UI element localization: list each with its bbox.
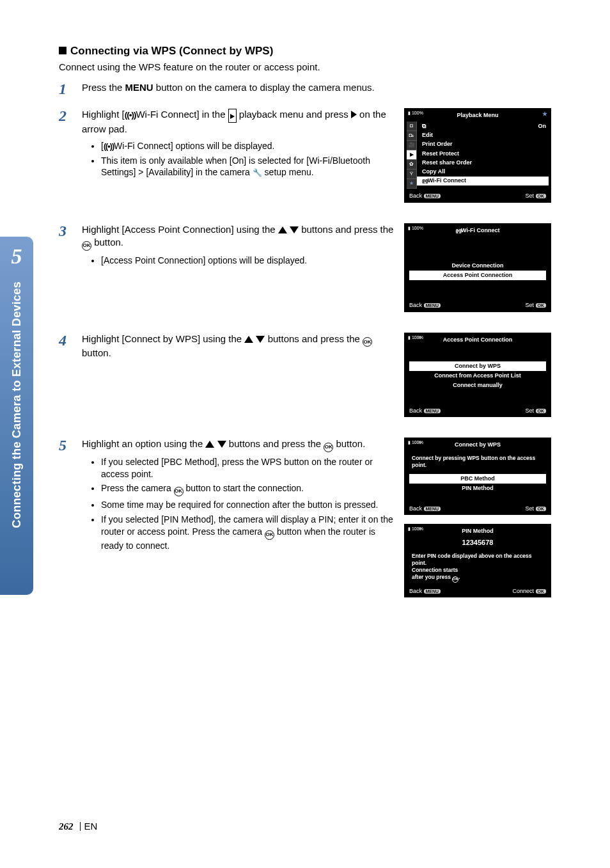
back-label[interactable]: Back MENU xyxy=(409,588,441,595)
page-content: Connecting via WPS (Connect by WPS) Conn… xyxy=(59,45,551,618)
table-row[interactable]: Copy All xyxy=(417,168,549,177)
wifi-icon xyxy=(422,177,428,184)
text-fragment: Wi-Fi Connect] options will be displayed… xyxy=(114,141,274,151)
camera2-tab-icon[interactable]: ◘₂ xyxy=(407,131,416,141)
chapter-tab: 5 Connecting the Camera to External Devi… xyxy=(0,237,33,595)
screen-wifi-connect: ▮ 100% Wi-Fi Connect Device Connection A… xyxy=(404,223,551,312)
ok-button-icon xyxy=(82,241,91,251)
set-label[interactable]: Set OK xyxy=(525,407,546,414)
step-number: 3 xyxy=(59,223,82,239)
text-fragment: buttons and press the xyxy=(299,224,393,235)
page-lang: EN xyxy=(84,821,98,832)
back-label[interactable]: Back MENU xyxy=(409,505,441,512)
screen-access-point-connection: ▮ 100%ᯤ Access Point Connection Connect … xyxy=(404,333,551,417)
wifi-icon xyxy=(125,109,136,120)
text-fragment: This item is only available when [On] is… xyxy=(101,155,370,178)
menu-pill: MENU xyxy=(424,589,441,594)
menu-entry[interactable]: Connect from Access Point List xyxy=(409,371,546,381)
playback-icon xyxy=(228,109,237,123)
bullet-item: If you selected [PBC Method], press the … xyxy=(101,456,394,480)
ok-button-icon xyxy=(452,576,458,583)
back-label[interactable]: Back MENU xyxy=(409,302,441,309)
screen-title: Playback Menu★ xyxy=(407,111,549,120)
screen-title: Wi-Fi Connect xyxy=(407,226,549,235)
step-5-text: Highlight an option using the buttons an… xyxy=(82,438,394,555)
ok-button-icon xyxy=(363,337,372,347)
step-number: 2 xyxy=(59,108,82,123)
ok-button-icon xyxy=(324,443,333,452)
back-label[interactable]: Back MENU xyxy=(409,407,441,414)
set-label[interactable]: Set OK xyxy=(525,505,546,512)
step-2-text: Highlight [Wi-Fi Connect] in the playbac… xyxy=(82,108,394,181)
camera-tab-icon[interactable]: ◘ xyxy=(407,122,416,131)
table-row[interactable]: Print Order xyxy=(417,140,549,149)
right-arrow-icon xyxy=(351,111,357,118)
menu-label: Copy All xyxy=(422,168,445,175)
bullet-item: Some time may be required for connection… xyxy=(101,499,394,511)
gear-tab-icon[interactable]: ✿ xyxy=(407,160,416,170)
screen-playback-menu: ▮ 100% Playback Menu★ ◘ ◘₂ 🎥 ▶ ✿ Ÿ ★ xyxy=(404,108,551,203)
custom-tab-icon[interactable]: ★ xyxy=(407,179,416,189)
table-row[interactable]: Edit xyxy=(417,131,549,140)
menu-word: MENU xyxy=(125,82,153,93)
playback-tab-icon[interactable]: ▶ xyxy=(407,150,416,160)
table-row[interactable]: ⧉On xyxy=(417,122,549,130)
table-row[interactable]: Reset share Order xyxy=(417,158,549,167)
set-label[interactable]: Set OK xyxy=(525,302,546,309)
text-fragment: Highlight an option using the xyxy=(82,438,205,449)
step-number: 5 xyxy=(59,438,82,453)
ok-pill: OK xyxy=(536,194,547,198)
battery-indicator: ▮ 100% xyxy=(408,111,423,116)
step-number: 1 xyxy=(59,81,82,97)
down-arrow-icon xyxy=(290,226,299,233)
setup-tab-icon[interactable]: Ÿ xyxy=(407,170,416,179)
connect-label[interactable]: Connect OK xyxy=(512,588,546,595)
bullet-item: If you selected [PIN Method], the camera… xyxy=(101,514,394,552)
page-footer: 262EN xyxy=(59,821,97,832)
screen-title: Connect by WPS xyxy=(407,440,549,450)
ok-button-icon xyxy=(265,530,274,540)
table-row-highlighted[interactable]: Wi-Fi Connect xyxy=(417,177,549,185)
text-fragment: Wi-Fi Connect] in the xyxy=(136,109,228,120)
chapter-number: 5 xyxy=(12,244,22,269)
menu-entry-highlighted[interactable]: Access Point Connection xyxy=(409,271,546,280)
screen-title: Access Point Connection xyxy=(407,335,549,345)
menu-entry[interactable]: Device Connection xyxy=(409,261,546,271)
page-number: 262 xyxy=(59,821,74,832)
bullet-item: [Access Point Connection] options will b… xyxy=(101,255,394,267)
wifi-indicator-icon: ᯤ xyxy=(418,335,423,342)
menu-label: Wi-Fi Connect xyxy=(428,177,466,184)
ok-pill: OK xyxy=(536,303,547,308)
menu-label: Print Order xyxy=(422,141,453,148)
bullet-item: Press the camera button to start the con… xyxy=(101,482,394,496)
menu-entry[interactable]: Connect manually xyxy=(409,381,546,390)
text-fragment: button. xyxy=(82,347,111,358)
menu-pill: MENU xyxy=(424,409,441,413)
menu-label: Reset Protect xyxy=(422,150,459,157)
text-fragment: after you press xyxy=(412,574,452,580)
screen-instruction: Connect by pressing WPS button on the ac… xyxy=(407,450,549,474)
text-fragment: button. xyxy=(333,438,365,449)
wifi-indicator-icon: ᯤ xyxy=(418,440,423,446)
text-fragment: button to start the connection. xyxy=(184,483,304,493)
text-fragment: button on the camera to display the came… xyxy=(153,82,375,93)
step-2: 2 Highlight [Wi-Fi Connect] in the playb… xyxy=(59,108,551,212)
ok-button-icon xyxy=(174,487,184,496)
set-label[interactable]: Set OK xyxy=(525,193,546,200)
up-arrow-icon xyxy=(244,336,253,343)
up-arrow-icon xyxy=(278,226,287,233)
menu-entry[interactable]: PIN Method xyxy=(409,484,546,493)
screen-title: PIN Method xyxy=(407,526,549,536)
step-4: 4 Highlight [Connect by WPS] using the b… xyxy=(59,333,551,426)
screen-instruction: Enter PIN code displayed above on the ac… xyxy=(407,551,549,584)
section-heading: Connecting via WPS (Connect by WPS) xyxy=(59,45,551,58)
menu-entry-highlighted[interactable]: PBC Method xyxy=(409,474,546,484)
overlay-icon: ⧉ xyxy=(422,123,426,130)
menu-entry-highlighted[interactable]: Connect by WPS xyxy=(409,361,546,371)
back-label[interactable]: Back MENU xyxy=(409,193,441,200)
table-row[interactable]: Reset Protect xyxy=(417,149,549,158)
video-tab-icon[interactable]: 🎥 xyxy=(407,141,416,150)
screen-pin-method: ▮ 100%ᯤ PIN Method 12345678 Enter PIN co… xyxy=(404,524,551,597)
up-arrow-icon xyxy=(205,441,214,448)
bullet-item: This item is only available when [On] is… xyxy=(101,155,394,179)
